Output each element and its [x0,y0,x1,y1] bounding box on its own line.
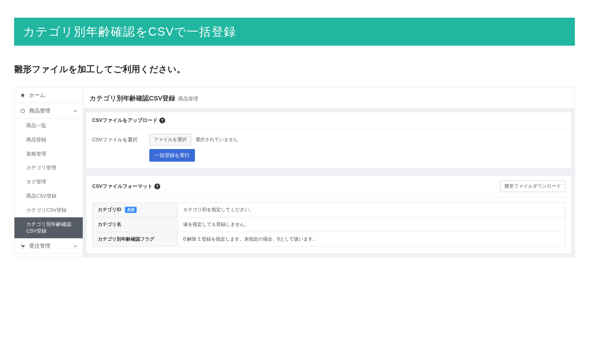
upload-card-heading: CSVファイルをアップロード ? [86,112,571,129]
format-row-desc: カテゴリIDを指定してください。 [178,203,565,217]
sidebar-item-category-manage[interactable]: カテゴリ管理 [14,161,83,175]
table-row: カテゴリID 必須 カテゴリIDを指定してください。 [92,203,565,217]
sidebar-product-label: 商品管理 [29,107,50,114]
format-card: CSVファイルフォーマット ? 雛形ファイルダウンロード カテゴリID 必須 カ… [86,176,572,254]
help-icon[interactable]: ? [154,183,160,189]
page-banner: カテゴリ別年齢確認をCSVで一括登録 [14,18,575,46]
sidebar-item-category-age-csv[interactable]: カテゴリ別年齢確認CSV登録 [14,217,83,239]
file-status-text: 選択されていません [196,137,238,142]
sidebar-item-tag-manage[interactable]: タグ管理 [14,175,83,189]
main-content: カテゴリ別年齢確認CSV登録 商品管理 CSVファイルをアップロード ? CSV… [83,87,575,257]
page-header: カテゴリ別年齢確認CSV登録 商品管理 [83,87,575,108]
sidebar-item-order-management[interactable]: 受注管理 [14,238,83,254]
intro-text: 雛形ファイルを加工してご利用ください。 [14,63,575,75]
format-row-name: カテゴリ別年齢確認フラグ [92,232,178,247]
chevron-up-icon [73,108,78,114]
file-select-label: CSVファイルを選択 [92,134,142,143]
banner-title: カテゴリ別年齢確認をCSVで一括登録 [23,25,236,38]
format-row-desc: 0:解除 1:登録を指定します。未指定の場合、0として扱います。 [178,232,565,247]
page-subtitle: 商品管理 [178,95,198,102]
table-row: カテゴリ名 値を指定しても登録しません。 [92,217,565,232]
cart-icon [20,243,26,249]
svg-point-1 [24,248,24,248]
required-badge: 必須 [125,207,137,213]
sidebar-home-label: ホーム [29,92,45,99]
bulk-register-button[interactable]: 一括登録を実行 [149,149,195,162]
template-download-button[interactable]: 雛形ファイルダウンロード [500,181,565,192]
chevron-down-icon [73,243,78,249]
page-title: カテゴリ別年齢確認CSV登録 [90,94,175,103]
choose-file-button[interactable]: ファイルを選択 [149,134,191,145]
svg-point-0 [22,248,22,248]
table-row: カテゴリ別年齢確認フラグ 0:解除 1:登録を指定します。未指定の場合、0として… [92,232,565,247]
help-icon[interactable]: ? [159,118,165,123]
format-heading-text: CSVファイルフォーマット [92,183,153,190]
format-row-name: カテゴリ名 [92,217,178,232]
sidebar-item-product-csv[interactable]: 商品CSV登録 [14,189,83,203]
format-table: カテゴリID 必須 カテゴリIDを指定してください。 カテゴリ名 値を指定しても… [92,202,565,247]
cube-icon [20,108,26,114]
sidebar-item-home[interactable]: ホーム [14,87,83,103]
sidebar-item-category-csv[interactable]: カテゴリCSV登録 [14,203,83,217]
admin-panel: ホーム 商品管理 商品一覧 商品登録 規格管理 カテゴリ管理 タグ管理 商品CS… [14,87,575,257]
format-row-desc: 値を指定しても登録しません。 [178,217,565,232]
home-icon [20,92,26,98]
format-field-label: カテゴリID [98,207,121,212]
sidebar: ホーム 商品管理 商品一覧 商品登録 規格管理 カテゴリ管理 タグ管理 商品CS… [14,87,83,257]
upload-heading-text: CSVファイルをアップロード [92,117,158,124]
upload-card: CSVファイルをアップロード ? CSVファイルを選択 ファイルを選択 選択され… [86,112,572,168]
sidebar-order-label: 受注管理 [29,242,50,249]
sidebar-item-product-list[interactable]: 商品一覧 [14,119,83,133]
sidebar-item-spec-manage[interactable]: 規格管理 [14,147,83,161]
format-card-heading: CSVファイルフォーマット ? 雛形ファイルダウンロード [86,176,571,197]
format-row-name: カテゴリID 必須 [92,203,178,217]
sidebar-item-product-register[interactable]: 商品登録 [14,133,83,147]
sidebar-item-product-management[interactable]: 商品管理 [14,103,83,119]
